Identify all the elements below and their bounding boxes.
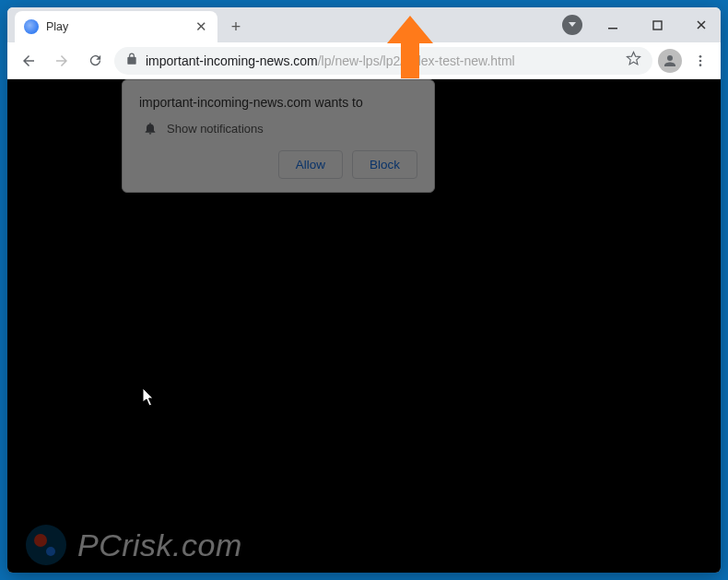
titlebar: Play ✕ + [7, 7, 721, 42]
page-content: important-incoming-news.com wants to Sho… [7, 79, 721, 573]
svg-rect-2 [653, 21, 662, 30]
watermark-rest: risk.com [122, 527, 242, 562]
dim-overlay [7, 79, 721, 573]
url-host: important-incoming-news.com [146, 53, 318, 68]
watermark-pc: PC [77, 527, 122, 562]
maximize-button[interactable] [643, 11, 671, 39]
watermark-logo-icon [26, 525, 66, 565]
svg-point-5 [699, 64, 702, 66]
window-controls [562, 7, 715, 42]
watermark: PCrisk.com [26, 525, 242, 565]
new-tab-button[interactable]: + [223, 14, 249, 40]
url-text: important-incoming-news.com/lp/new-lps/l… [146, 53, 515, 68]
svg-point-4 [699, 59, 702, 62]
reload-button[interactable] [81, 47, 109, 75]
close-tab-button[interactable]: ✕ [194, 19, 208, 34]
svg-marker-0 [569, 22, 576, 27]
close-window-button[interactable] [687, 11, 715, 39]
favicon-icon [24, 19, 39, 34]
browser-tab[interactable]: Play ✕ [15, 11, 217, 42]
back-button[interactable] [15, 47, 42, 75]
address-bar[interactable]: important-incoming-news.com/lp/new-lps/l… [114, 47, 652, 75]
minimize-button[interactable] [599, 11, 627, 39]
tab-title: Play [46, 20, 194, 33]
lock-icon [125, 53, 138, 69]
watermark-text: PCrisk.com [77, 527, 242, 563]
forward-button[interactable] [48, 47, 76, 75]
account-indicator-icon[interactable] [562, 15, 582, 35]
browser-window: Play ✕ + [7, 7, 721, 573]
cursor-icon [143, 388, 156, 407]
toolbar: important-incoming-news.com/lp/new-lps/l… [7, 42, 721, 79]
profile-avatar[interactable] [658, 49, 682, 73]
kebab-menu-button[interactable] [687, 48, 713, 74]
svg-rect-1 [608, 28, 617, 30]
svg-point-3 [699, 55, 702, 58]
url-path: /lp/new-lps/lp2/index-test-new.html [318, 53, 515, 68]
bookmark-star-icon[interactable] [626, 51, 641, 70]
